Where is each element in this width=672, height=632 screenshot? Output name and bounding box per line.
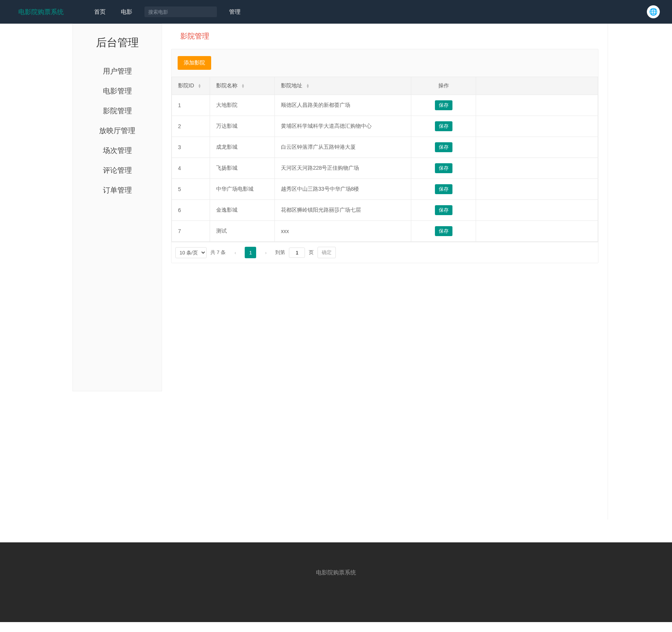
cell-extra xyxy=(476,137,598,158)
search-wrap xyxy=(144,6,217,17)
cinema-table: 影院ID ▲▼ 影院名称 ▲▼ 影院地址 ▲▼ 操作 xyxy=(172,77,598,242)
jump-confirm-button[interactable]: 确定 xyxy=(318,247,336,258)
cell-addr: 天河区天河路228号正佳购物广场 xyxy=(275,158,411,179)
table-header-row: 影院ID ▲▼ 影院名称 ▲▼ 影院地址 ▲▼ 操作 xyxy=(172,77,598,95)
add-cinema-button[interactable]: 添加影院 xyxy=(178,56,211,70)
page-size-select[interactable]: 10 条/页 xyxy=(175,247,207,258)
save-button[interactable]: 保存 xyxy=(435,121,452,131)
table-row: 1大地影院顺德区人昌路美的新都荟广场保存 xyxy=(172,95,598,116)
cell-id: 5 xyxy=(172,179,210,200)
sidebar-item-orders[interactable]: 订单管理 xyxy=(73,180,162,200)
sort-icon[interactable]: ▲▼ xyxy=(306,84,310,88)
th-op: 操作 xyxy=(411,77,476,95)
search-input[interactable] xyxy=(148,9,213,15)
cell-id: 6 xyxy=(172,200,210,221)
cell-op: 保存 xyxy=(411,116,476,137)
cell-name: 金逸影城 xyxy=(210,200,275,221)
cell-name: 飞扬影城 xyxy=(210,158,275,179)
cell-op: 保存 xyxy=(411,200,476,221)
jump-prefix: 到第 xyxy=(275,249,285,256)
nav-movies[interactable]: 电影 xyxy=(113,8,140,16)
chevron-right-icon: › xyxy=(265,250,266,256)
cell-addr: 顺德区人昌路美的新都荟广场 xyxy=(275,95,411,116)
cell-id: 3 xyxy=(172,137,210,158)
avatar[interactable]: 🌐 xyxy=(647,5,660,18)
nav-links: 首页 电影 管理 xyxy=(87,6,248,17)
cell-extra xyxy=(476,95,598,116)
save-button[interactable]: 保存 xyxy=(435,205,452,215)
cell-name: 测试 xyxy=(210,221,275,242)
footer-text: 电影院购票系统 xyxy=(316,569,356,576)
cell-name: 成龙影城 xyxy=(210,137,275,158)
sidebar-title: 后台管理 xyxy=(73,35,162,50)
footer: 电影院购票系统 xyxy=(0,542,672,622)
prev-page-button[interactable]: ‹ xyxy=(229,247,241,258)
sidebar-item-sessions[interactable]: 场次管理 xyxy=(73,141,162,161)
cell-op: 保存 xyxy=(411,95,476,116)
cell-extra xyxy=(476,200,598,221)
cell-addr: xxx xyxy=(275,221,411,242)
sidebar: 后台管理 用户管理 电影管理 影院管理 放映厅管理 场次管理 评论管理 订单管理 xyxy=(72,24,162,391)
save-button[interactable]: 保存 xyxy=(435,142,452,152)
cell-addr: 越秀区中山三路33号中华广场8楼 xyxy=(275,179,411,200)
table-row: 2万达影城黄埔区科学城科学大道高德汇购物中心保存 xyxy=(172,116,598,137)
cell-name: 大地影院 xyxy=(210,95,275,116)
sort-icon[interactable]: ▲▼ xyxy=(241,84,245,88)
table-row: 7测试xxx保存 xyxy=(172,221,598,242)
page-title: 影院管理 xyxy=(162,28,608,49)
jump-page-input[interactable] xyxy=(289,248,305,258)
th-id[interactable]: 影院ID ▲▼ xyxy=(172,77,210,95)
th-addr-label: 影院地址 xyxy=(281,82,302,88)
panel: 添加影院 影院ID ▲▼ 影院名称 ▲▼ 影院地址 xyxy=(171,49,598,263)
total-count: 共 7 条 xyxy=(210,249,226,256)
table-row: 6金逸影城花都区狮岭镇阳光路丽莎广场七层保存 xyxy=(172,200,598,221)
cell-op: 保存 xyxy=(411,221,476,242)
cell-extra xyxy=(476,116,598,137)
cell-name: 万达影城 xyxy=(210,116,275,137)
page-number-1[interactable]: 1 xyxy=(245,247,256,258)
save-button[interactable]: 保存 xyxy=(435,163,452,173)
save-button[interactable]: 保存 xyxy=(435,184,452,194)
nav-admin[interactable]: 管理 xyxy=(221,8,248,16)
cell-addr: 白云区钟落潭广从五路钟港大厦 xyxy=(275,137,411,158)
table-row: 4飞扬影城天河区天河路228号正佳购物广场保存 xyxy=(172,158,598,179)
pagination: 10 条/页 共 7 条 ‹ 1 › 到第 页 确定 xyxy=(172,242,598,263)
next-page-button[interactable]: › xyxy=(260,247,271,258)
cell-op: 保存 xyxy=(411,158,476,179)
nav-home[interactable]: 首页 xyxy=(87,8,113,16)
cell-extra xyxy=(476,221,598,242)
cell-id: 7 xyxy=(172,221,210,242)
save-button[interactable]: 保存 xyxy=(435,100,452,110)
chevron-left-icon: ‹ xyxy=(234,250,236,256)
cell-addr: 黄埔区科学城科学大道高德汇购物中心 xyxy=(275,116,411,137)
cell-addr: 花都区狮岭镇阳光路丽莎广场七层 xyxy=(275,200,411,221)
cell-id: 1 xyxy=(172,95,210,116)
th-id-label: 影院ID xyxy=(178,82,194,88)
th-extra xyxy=(476,77,598,95)
cell-op: 保存 xyxy=(411,179,476,200)
jump-suffix: 页 xyxy=(309,249,314,256)
main-content: 影院管理 添加影院 影院ID ▲▼ 影院名称 ▲▼ xyxy=(162,24,608,519)
layout: 后台管理 用户管理 电影管理 影院管理 放映厅管理 场次管理 评论管理 订单管理… xyxy=(0,24,672,519)
sidebar-item-movies[interactable]: 电影管理 xyxy=(73,81,162,101)
cell-op: 保存 xyxy=(411,137,476,158)
sidebar-item-cinemas[interactable]: 影院管理 xyxy=(73,101,162,121)
th-op-label: 操作 xyxy=(438,82,449,88)
table-row: 5中华广场电影城越秀区中山三路33号中华广场8楼保存 xyxy=(172,179,598,200)
sidebar-item-halls[interactable]: 放映厅管理 xyxy=(73,121,162,141)
brand-title: 电影院购票系统 xyxy=(18,8,64,16)
save-button[interactable]: 保存 xyxy=(435,226,452,236)
th-name[interactable]: 影院名称 ▲▼ xyxy=(210,77,275,95)
th-addr[interactable]: 影院地址 ▲▼ xyxy=(275,77,411,95)
cell-name: 中华广场电影城 xyxy=(210,179,275,200)
panel-head: 添加影院 xyxy=(172,49,598,77)
cell-id: 4 xyxy=(172,158,210,179)
sidebar-item-users[interactable]: 用户管理 xyxy=(73,61,162,81)
top-nav: 电影院购票系统 首页 电影 管理 🌐 xyxy=(0,0,672,24)
cell-extra xyxy=(476,179,598,200)
sort-icon[interactable]: ▲▼ xyxy=(198,84,201,88)
cell-extra xyxy=(476,158,598,179)
globe-icon: 🌐 xyxy=(649,8,658,16)
table-row: 3成龙影城白云区钟落潭广从五路钟港大厦保存 xyxy=(172,137,598,158)
sidebar-item-comments[interactable]: 评论管理 xyxy=(73,161,162,180)
